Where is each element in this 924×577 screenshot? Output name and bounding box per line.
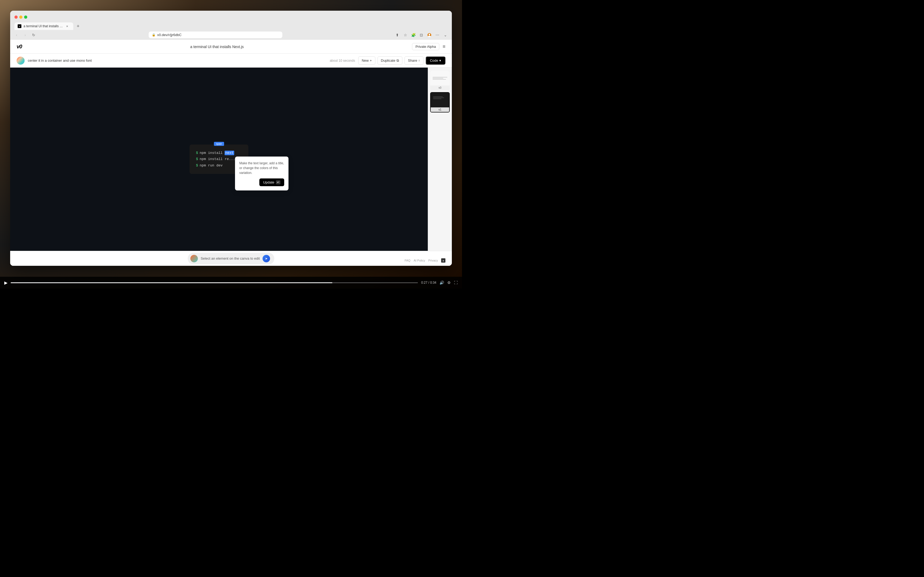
tab-title: a terminal UI that installs Nex...: [24, 24, 63, 28]
browser-window: v a terminal UI that installs Nex... ✕ +…: [10, 11, 452, 266]
extensions-icon[interactable]: 🧩: [410, 32, 417, 38]
code-button[interactable]: Code ▾: [426, 56, 446, 64]
close-button[interactable]: [15, 16, 18, 19]
new-tab-button[interactable]: +: [74, 23, 82, 30]
duplicate-label: Duplicate: [381, 58, 396, 63]
back-button[interactable]: ‹: [13, 32, 20, 38]
tab-close-button[interactable]: ✕: [65, 24, 69, 28]
action-buttons: New + Duplicate ⧉ Share ↑ Code ▾: [358, 56, 446, 64]
terminal-cmd-3: npm run dev: [200, 163, 223, 169]
volume-icon[interactable]: 🔊: [439, 280, 444, 285]
update-popup: Make the text larger, add a title, or ch…: [235, 156, 289, 190]
bookmark-icon[interactable]: ☆: [402, 32, 409, 38]
terminal-prompt-3: $: [196, 163, 198, 169]
terminal-prompt-2: $: [196, 156, 198, 162]
duplicate-button[interactable]: Duplicate ⧉: [378, 56, 402, 64]
faq-link[interactable]: FAQ: [404, 259, 410, 262]
version-v0-preview: [430, 71, 450, 85]
version-v0-thumb[interactable]: v0: [430, 71, 450, 90]
footer-links: FAQ AI Policy Privacy ▲: [404, 258, 446, 263]
browser-chrome: v a terminal UI that installs Nex... ✕ +…: [10, 11, 452, 40]
prompt-timestamp: about 10 seconds: [330, 59, 355, 63]
private-alpha-button[interactable]: Private Alpha: [412, 43, 439, 50]
version-v1-thumb[interactable]: v1: [430, 92, 450, 113]
update-button[interactable]: Update ↵: [259, 179, 284, 186]
menu-icon[interactable]: ≡: [443, 44, 446, 50]
version-v1-label: v1: [431, 107, 449, 112]
traffic-lights: [15, 16, 27, 19]
minimize-button[interactable]: [19, 16, 23, 19]
header-right: Private Alpha ≡: [412, 43, 446, 50]
settings-icon[interactable]: ⚙: [447, 280, 451, 285]
fullscreen-icon[interactable]: ⛶: [454, 280, 458, 285]
address-bar: ‹ › ↻ 🔒 v0.dev/r/jjr6dbC ⬆ ☆ 🧩 ⊡: [10, 30, 452, 40]
send-button[interactable]: ➤: [263, 255, 270, 262]
select-avatar: [191, 255, 198, 262]
expand-icon[interactable]: ▲: [441, 258, 446, 263]
more-options-icon[interactable]: ⋯: [434, 32, 441, 38]
profile-icon[interactable]: [426, 32, 433, 38]
code-label: Code: [430, 58, 438, 63]
new-icon: +: [370, 58, 372, 63]
popup-description: Make the text larger, add a title, or ch…: [239, 161, 284, 175]
duplicate-icon: ⧉: [396, 58, 399, 63]
title-bar: [10, 11, 452, 21]
enter-icon: ↵: [276, 180, 281, 184]
progress-bar[interactable]: [11, 282, 418, 283]
new-button[interactable]: New +: [358, 56, 375, 64]
app-content: v0 a terminal UI that installs Next.js P…: [10, 40, 452, 266]
version-sidebar: v0 v1: [428, 68, 452, 251]
terminal-line-1: $ npm install next: [196, 150, 242, 156]
terminal-prompt-1: $: [196, 150, 198, 156]
version-v0-label: v0: [430, 85, 450, 90]
update-label: Update: [263, 180, 274, 184]
reload-button[interactable]: ↻: [31, 32, 37, 38]
app-header: v0 a terminal UI that installs Next.js P…: [10, 40, 452, 54]
ai-policy-link[interactable]: AI Policy: [414, 259, 425, 262]
app-logo: v0: [16, 44, 22, 50]
prompt-text: center it in a container and use mono fo…: [28, 58, 326, 63]
url-bar[interactable]: 🔒 v0.dev/r/jjr6dbC: [149, 32, 282, 38]
browser-toolbar-right: ⬆ ☆ 🧩 ⊡ ⋯ ⌄: [394, 32, 449, 38]
new-label: New: [362, 58, 369, 63]
span-badge: span: [214, 142, 224, 146]
share-browser-icon[interactable]: ⬆: [394, 32, 401, 38]
share-button[interactable]: Share ↑: [404, 56, 423, 64]
privacy-link[interactable]: Privacy: [428, 259, 438, 262]
share-label: Share: [408, 58, 417, 63]
svg-point-1: [428, 34, 430, 35]
share-icon: ↑: [418, 58, 420, 63]
prompt-bar: center it in a container and use mono fo…: [10, 54, 452, 68]
select-element-text: Select an element on the canva to edit: [200, 256, 260, 260]
browser-expand-icon[interactable]: ⌄: [442, 32, 449, 38]
select-element-bar[interactable]: Select an element on the canva to edit ➤: [188, 253, 274, 264]
url-text: v0.dev/r/jjr6dbC: [157, 33, 181, 37]
maximize-button[interactable]: [24, 16, 27, 19]
version-v1-preview: [431, 93, 449, 107]
canvas-area: span $ npm install next $ npm install re…: [10, 68, 452, 251]
active-tab[interactable]: v a terminal UI that installs Nex... ✕: [15, 23, 73, 30]
terminal-cmd-highlight: npm install next: [200, 150, 234, 156]
canvas-preview[interactable]: span $ npm install next $ npm install re…: [10, 68, 428, 251]
app-title: a terminal UI that installs Next.js: [22, 45, 412, 49]
security-icon: 🔒: [152, 33, 156, 37]
terminal-cmd-2: npm install re...: [200, 156, 235, 162]
play-button[interactable]: ▶: [4, 280, 8, 285]
tab-bar: v a terminal UI that installs Nex... ✕ +: [10, 23, 452, 30]
video-controls: ▶ 0:27 / 0:34 🔊 ⚙ ⛶: [0, 277, 462, 288]
svg-point-2: [428, 35, 431, 37]
split-view-icon[interactable]: ⊡: [418, 32, 425, 38]
time-display: 0:27 / 0:34: [421, 281, 436, 285]
bottom-bar: Select an element on the canva to edit ➤…: [10, 251, 452, 266]
forward-button[interactable]: ›: [22, 32, 28, 38]
code-chevron: ▾: [439, 58, 441, 63]
user-avatar: [16, 56, 24, 64]
highlighted-text: next: [225, 151, 234, 155]
progress-fill: [11, 282, 332, 283]
tab-favicon: v: [18, 24, 21, 28]
mini-terminal: [432, 95, 448, 105]
